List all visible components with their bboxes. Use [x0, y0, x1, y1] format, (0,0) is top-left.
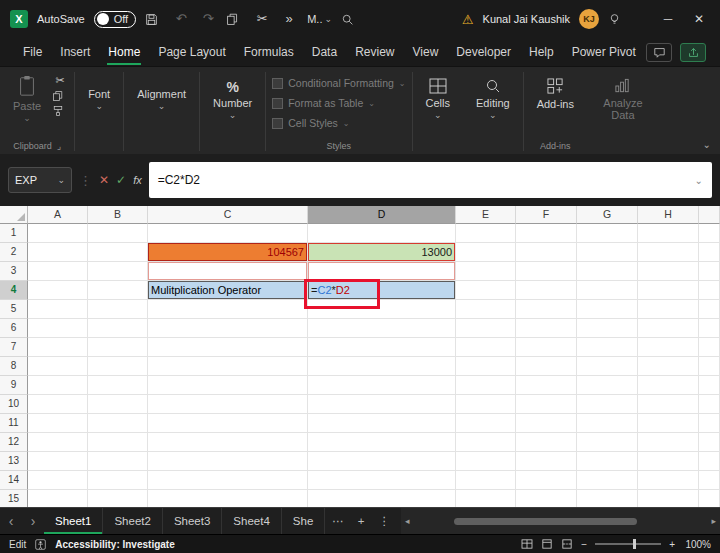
cell-G13[interactable]: [577, 452, 638, 471]
cell-C11[interactable]: [148, 414, 308, 433]
formula-input[interactable]: =C2*D2 ⌄: [149, 162, 712, 198]
scroll-left-icon[interactable]: ◂: [405, 516, 410, 526]
cell-F8[interactable]: [516, 357, 577, 376]
row-header-13[interactable]: 13: [0, 452, 28, 471]
cell-A14[interactable]: [28, 471, 88, 490]
enter-icon[interactable]: ✓: [116, 173, 126, 187]
normal-view-icon[interactable]: [521, 539, 533, 549]
cell-C4[interactable]: Mulitplication Operator: [148, 281, 308, 300]
cell-D6[interactable]: [308, 319, 456, 338]
page-layout-view-icon[interactable]: [541, 539, 553, 549]
cell-F7[interactable]: [516, 338, 577, 357]
addins-button[interactable]: Add-ins: [530, 72, 581, 113]
col-header-C[interactable]: C: [148, 206, 308, 224]
cell-E4[interactable]: [456, 281, 516, 300]
cell-G3[interactable]: [577, 262, 638, 281]
cell-C10[interactable]: [148, 395, 308, 414]
cell-C8[interactable]: [148, 357, 308, 376]
avatar[interactable]: KJ: [579, 9, 599, 29]
cell-H11[interactable]: [638, 414, 699, 433]
cell-C12[interactable]: [148, 433, 308, 452]
col-header-E[interactable]: E: [456, 206, 516, 224]
cell-E1[interactable]: [456, 224, 516, 243]
row-header-1[interactable]: 1: [0, 224, 28, 243]
cell-G14[interactable]: [577, 471, 638, 490]
cell-A2[interactable]: [28, 243, 88, 262]
cell-E14[interactable]: [456, 471, 516, 490]
row-header-9[interactable]: 9: [0, 376, 28, 395]
cell-C14[interactable]: [148, 471, 308, 490]
format-painter-icon[interactable]: [52, 105, 68, 117]
cell-B1[interactable]: [88, 224, 148, 243]
formula-bar-splitter[interactable]: ⋮: [79, 173, 92, 188]
cell-B15[interactable]: [88, 490, 148, 507]
search-icon[interactable]: [341, 13, 359, 26]
select-all-corner[interactable]: [0, 206, 28, 224]
cell-G8[interactable]: [577, 357, 638, 376]
sheet-tab-sheet3[interactable]: Sheet3: [163, 508, 222, 534]
cell-H14[interactable]: [638, 471, 699, 490]
dialog-launcher-icon[interactable]: ⌟: [57, 141, 61, 151]
cell-G6[interactable]: [577, 319, 638, 338]
warning-icon[interactable]: ⚠: [462, 12, 474, 27]
autosave-toggle[interactable]: Off: [94, 11, 136, 28]
cells-button[interactable]: Cells ⌄: [419, 72, 457, 121]
cell-D5[interactable]: [308, 300, 456, 319]
cell-C7[interactable]: [148, 338, 308, 357]
cell-A4[interactable]: [28, 281, 88, 300]
cell-H9[interactable]: [638, 376, 699, 395]
cell-A3[interactable]: [28, 262, 88, 281]
cell-H10[interactable]: [638, 395, 699, 414]
font-button[interactable]: Font ⌄: [81, 72, 117, 112]
tab-help[interactable]: Help: [520, 39, 563, 65]
copy-icon[interactable]: [52, 90, 68, 102]
cell-B3[interactable]: [88, 262, 148, 281]
format-as-table-button[interactable]: Format as Table ⌄: [272, 94, 405, 112]
row-header-12[interactable]: 12: [0, 433, 28, 452]
cell-G9[interactable]: [577, 376, 638, 395]
cell-D3[interactable]: [308, 262, 456, 281]
sheet-options-icon[interactable]: ⋮: [372, 508, 398, 534]
cut-icon[interactable]: ✂: [253, 10, 271, 28]
cell-A11[interactable]: [28, 414, 88, 433]
name-box[interactable]: EXP ⌄: [8, 167, 72, 193]
cell-E3[interactable]: [456, 262, 516, 281]
sheet-nav-left-icon[interactable]: ‹: [0, 508, 22, 534]
sheet-tab-sheet2[interactable]: Sheet2: [103, 508, 162, 534]
row-header-3[interactable]: 3: [0, 262, 28, 281]
cell-B7[interactable]: [88, 338, 148, 357]
cell-A1[interactable]: [28, 224, 88, 243]
tab-page-layout[interactable]: Page Layout: [149, 39, 234, 65]
cell-F15[interactable]: [516, 490, 577, 507]
cell-D1[interactable]: [308, 224, 456, 243]
cell-H7[interactable]: [638, 338, 699, 357]
tab-data[interactable]: Data: [303, 39, 346, 65]
sheet-tab-she[interactable]: She: [282, 508, 325, 534]
cell-H13[interactable]: [638, 452, 699, 471]
cell-C15[interactable]: [148, 490, 308, 507]
redo-icon[interactable]: ↷: [199, 10, 217, 28]
cell-D9[interactable]: [308, 376, 456, 395]
tab-view[interactable]: View: [404, 39, 448, 65]
cell-D2[interactable]: 13000: [308, 243, 456, 262]
scrollbar-track[interactable]: [413, 517, 709, 526]
share-button[interactable]: [680, 43, 706, 62]
save-icon[interactable]: [145, 13, 163, 26]
cell-G12[interactable]: [577, 433, 638, 452]
cell-G11[interactable]: [577, 414, 638, 433]
cell-H4[interactable]: [638, 281, 699, 300]
row-header-4[interactable]: 4: [0, 281, 28, 300]
more-commands-icon[interactable]: »: [280, 10, 298, 28]
cell-D14[interactable]: [308, 471, 456, 490]
cell-F10[interactable]: [516, 395, 577, 414]
col-header-D[interactable]: D: [308, 206, 456, 224]
quick-access-menu[interactable]: M..⌄: [307, 13, 332, 25]
accessibility-icon[interactable]: [35, 539, 46, 550]
cell-D15[interactable]: [308, 490, 456, 507]
row-header-6[interactable]: 6: [0, 319, 28, 338]
sheet-tab-sheet4[interactable]: Sheet4: [222, 508, 281, 534]
cell-C3[interactable]: [148, 262, 308, 281]
paste-button[interactable]: Paste ⌄: [6, 72, 48, 124]
scroll-right-icon[interactable]: ▸: [711, 516, 716, 526]
cell-F2[interactable]: [516, 243, 577, 262]
